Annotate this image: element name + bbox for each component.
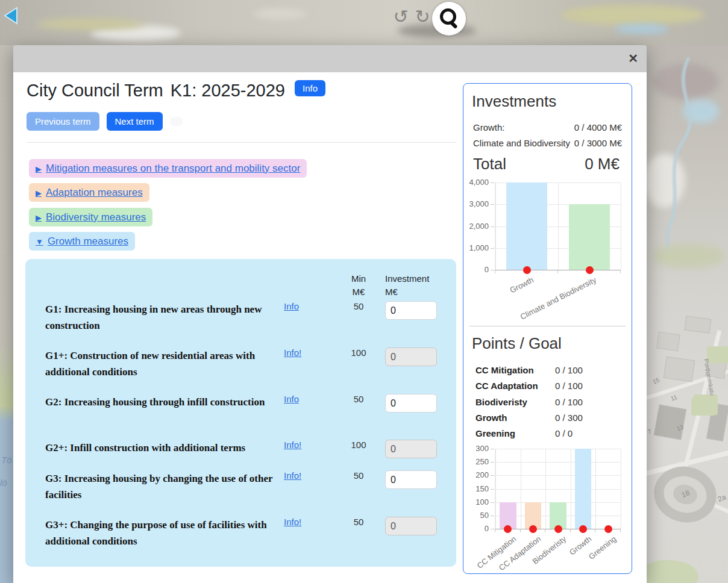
map-park xyxy=(644,560,698,583)
loading-placeholder xyxy=(170,117,183,126)
row-label: Growth xyxy=(475,413,507,423)
section-biodiversity-measures[interactable]: ▶Biodiversity measures xyxy=(29,208,152,226)
divider xyxy=(27,142,456,143)
measure-name: G1: Increasing housing in new areas thro… xyxy=(45,301,273,334)
row-label: Growth: xyxy=(473,122,505,132)
previous-term-button[interactable]: Previous term xyxy=(27,112,99,131)
current-value-dot xyxy=(529,525,537,533)
points-goal-title: Points / Goal xyxy=(472,334,562,353)
investments-growth-row: Growth: 0 / 4000 M€ xyxy=(473,122,622,132)
measure-min: 100 xyxy=(345,440,372,450)
redo-icon[interactable]: ↻ xyxy=(412,6,433,28)
row-value: 0 / 100 xyxy=(555,397,583,407)
search-button[interactable] xyxy=(432,2,466,36)
investment-input[interactable] xyxy=(385,394,437,413)
measure-min: 50 xyxy=(345,470,372,481)
current-value-dot xyxy=(586,266,594,274)
row-value: 0 / 3000 M€ xyxy=(574,138,622,148)
row-label: Greening xyxy=(475,428,515,438)
measure-info-link[interactable]: Info! xyxy=(284,348,301,358)
map-building xyxy=(685,316,712,334)
column-header-min: MinM€ xyxy=(345,272,372,299)
map-number-label: 15 xyxy=(651,376,660,385)
measure-name: G3: Increasing housing by changing the u… xyxy=(45,470,273,503)
map-park xyxy=(691,398,715,416)
map-canvas-top[interactable] xyxy=(0,0,728,45)
map-park xyxy=(707,346,728,363)
chevron-down-icon: ▼ xyxy=(36,237,43,246)
map-canvas-right[interactable]: Porthaninkatu 13 18 2a 15 11 7 xyxy=(647,45,728,583)
map-field xyxy=(36,18,145,30)
section-label: Adaptation measures xyxy=(46,187,143,198)
city-council-dialog: ✕ City Council TermK1: 2025-2029 Info Pr… xyxy=(13,45,647,583)
map-field xyxy=(560,5,705,25)
summary-panel: Investments Growth: 0 / 4000 M€ Climate … xyxy=(463,83,632,574)
section-label: Mitigation measures on the transport and… xyxy=(46,163,300,174)
page-title: City Council TermK1: 2025-2029 xyxy=(27,79,285,102)
measure-info-link[interactable]: Info xyxy=(284,301,299,311)
investment-input[interactable] xyxy=(385,470,437,489)
growth-measures-panel: MinM€ InvestmentM€ G1: Increasing housin… xyxy=(25,259,456,567)
chevron-right-icon: ▶ xyxy=(36,164,42,173)
next-term-button[interactable]: Next term xyxy=(107,112,163,131)
map-building xyxy=(656,332,680,352)
panel-divider xyxy=(469,326,626,326)
points-row: CC Mitigation 0 / 100 xyxy=(475,365,623,375)
points-row: Growth 0 / 300 xyxy=(475,413,623,423)
measure-info-link[interactable]: Info! xyxy=(284,470,301,481)
investment-input[interactable] xyxy=(385,301,437,320)
measure-info-link[interactable]: Info! xyxy=(284,440,301,450)
investments-title: Investments xyxy=(472,92,556,111)
current-value-dot xyxy=(604,525,612,533)
current-value-dot xyxy=(554,525,562,533)
chevron-right-icon: ▶ xyxy=(36,189,42,198)
measure-info-link[interactable]: Info xyxy=(284,394,299,404)
map-river-line xyxy=(647,57,728,256)
points-row: CC Adaptation 0 / 100 xyxy=(475,381,623,391)
map-canvas-left[interactable]: Tö lö xyxy=(0,45,13,583)
map-water-label: lö xyxy=(0,478,7,488)
investments-climate-row: Climate and Biodiversity 0 / 3000 M€ xyxy=(473,138,622,148)
map-terrain-highlight xyxy=(253,8,307,19)
investments-total-row: Total 0 M€ xyxy=(473,155,620,173)
map-number-label: 2a xyxy=(717,493,727,504)
measure-name: G2: Increasing housing through infill co… xyxy=(45,394,273,410)
measure-name: G1+: Construction of new residential are… xyxy=(45,348,273,380)
row-value: 0 / 4000 M€ xyxy=(574,122,622,132)
map-building xyxy=(654,404,686,440)
points-row: Biodiveristy 0 / 100 xyxy=(475,397,623,407)
map-field xyxy=(653,244,725,268)
measure-name: G3+: Changing the purpose of use of faci… xyxy=(45,517,273,549)
investment-input[interactable] xyxy=(385,440,437,458)
measure-min: 100 xyxy=(345,348,372,358)
current-value-dot xyxy=(523,266,531,274)
investment-input[interactable] xyxy=(385,348,437,366)
screen: Porthaninkatu 13 18 2a 15 11 7 Tö lö ↺ ↻… xyxy=(0,0,728,583)
section-growth-measures[interactable]: ▼Growth measures xyxy=(29,232,135,251)
row-value: 0 / 300 xyxy=(555,413,583,423)
undo-icon[interactable]: ↺ xyxy=(391,6,411,28)
map-building xyxy=(664,357,695,382)
dialog-header: ✕ xyxy=(13,45,647,72)
section-label: Growth measures xyxy=(48,235,128,247)
back-arrow-button[interactable] xyxy=(2,6,18,25)
term-info-button[interactable]: Info xyxy=(295,80,325,96)
row-label: Climate and Biodiversity xyxy=(473,138,570,148)
row-label: Biodiveristy xyxy=(475,397,527,407)
total-value: 0 M€ xyxy=(585,155,620,173)
investment-input[interactable] xyxy=(385,517,437,535)
map-number-label: 7 xyxy=(647,428,652,435)
section-adaptation-measures[interactable]: ▶Adaptation measures xyxy=(29,183,149,202)
row-value: 0 / 100 xyxy=(555,381,583,391)
term-navigation: Previous term Next term xyxy=(27,112,183,131)
section-mitigation-measures[interactable]: ▶Mitigation measures on the transport an… xyxy=(29,159,307,178)
measure-min: 50 xyxy=(345,517,372,527)
measure-info-link[interactable]: Info! xyxy=(284,517,301,527)
column-header-investment: InvestmentM€ xyxy=(385,272,429,299)
search-icon-handle xyxy=(450,21,457,29)
title-prefix: City Council Term xyxy=(27,81,163,100)
title-row: City Council TermK1: 2025-2029 Info xyxy=(27,79,325,102)
current-value-dot xyxy=(504,525,512,533)
row-value: 0 / 0 xyxy=(555,428,573,438)
close-icon[interactable]: ✕ xyxy=(628,51,638,66)
